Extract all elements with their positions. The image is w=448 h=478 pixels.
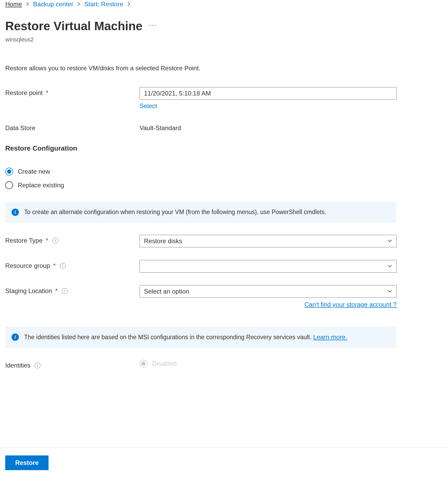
find-storage-account-link[interactable]: Can't find your storage account ? <box>305 301 397 308</box>
staging-location-select[interactable]: Select an option <box>140 285 397 298</box>
intro-text: Restore allows you to restore VM/disks f… <box>5 65 443 72</box>
identities-banner-text: The identities listed here are based on … <box>24 333 347 341</box>
staging-location-placeholder: Select an option <box>144 288 189 295</box>
breadcrumb-backup-center[interactable]: Backup center <box>33 1 73 8</box>
required-indicator: * <box>53 262 56 269</box>
restore-button[interactable]: Restore <box>5 455 49 470</box>
chevron-right-icon <box>76 1 81 8</box>
select-restore-point-link[interactable]: Select <box>140 102 397 110</box>
info-icon[interactable]: i <box>60 263 66 269</box>
radio-replace-existing[interactable]: Replace existing <box>5 181 399 189</box>
chevron-down-icon <box>387 263 392 270</box>
identities-banner: i The identities listed here are based o… <box>5 327 396 348</box>
radio-icon <box>140 360 147 368</box>
restore-point-label: Restore point <box>5 89 43 97</box>
info-icon: i <box>12 209 19 216</box>
breadcrumb-home[interactable]: Home <box>5 1 22 8</box>
restore-type-select[interactable]: Restore disks <box>140 235 397 247</box>
resource-group-label: Resource group <box>5 262 50 269</box>
chevron-right-icon <box>25 1 30 8</box>
footer: Restore <box>0 447 448 478</box>
restore-point-input[interactable] <box>140 87 397 100</box>
restore-configuration-heading: Restore Configuration <box>5 144 399 152</box>
alt-config-banner-text: To create an alternate configuration whe… <box>24 209 326 216</box>
info-icon[interactable]: i <box>52 238 58 243</box>
alt-config-banner: i To create an alternate configuration w… <box>5 202 396 223</box>
info-icon: i <box>12 333 19 341</box>
staging-location-label: Staging Location <box>5 287 52 295</box>
required-indicator: * <box>55 287 58 295</box>
resource-group-select[interactable] <box>140 260 397 273</box>
restore-type-value: Restore disks <box>144 237 182 245</box>
radio-identities-disabled: Disabled <box>140 360 397 368</box>
info-icon[interactable]: i <box>35 363 40 368</box>
identities-disabled-label: Disabled <box>152 360 177 367</box>
more-actions-icon[interactable]: ··· <box>149 21 156 31</box>
data-store-value: Vault-Standard <box>140 122 397 132</box>
chevron-right-icon <box>126 1 131 8</box>
required-indicator: * <box>46 89 48 97</box>
chevron-down-icon <box>387 288 392 295</box>
radio-icon <box>5 181 13 189</box>
identities-label: Identities <box>5 362 30 369</box>
restore-type-label: Restore Type <box>5 237 42 244</box>
page-subtitle: winsqleus2 <box>5 36 443 43</box>
restore-config-radio-group: Create new Replace existing <box>5 168 399 189</box>
data-store-label: Data Store <box>5 124 35 132</box>
page-title: Restore Virtual Machine <box>5 19 142 33</box>
radio-icon <box>5 168 13 176</box>
breadcrumb: Home Backup center Start: Restore <box>5 1 443 8</box>
breadcrumb-start-restore[interactable]: Start: Restore <box>84 1 123 8</box>
learn-more-link[interactable]: Learn more. <box>313 333 347 341</box>
info-icon[interactable]: i <box>62 288 68 294</box>
radio-replace-existing-label: Replace existing <box>18 182 64 189</box>
radio-create-new[interactable]: Create new <box>5 168 399 176</box>
chevron-down-icon <box>387 237 392 245</box>
radio-create-new-label: Create new <box>18 168 50 175</box>
required-indicator: * <box>46 237 48 244</box>
